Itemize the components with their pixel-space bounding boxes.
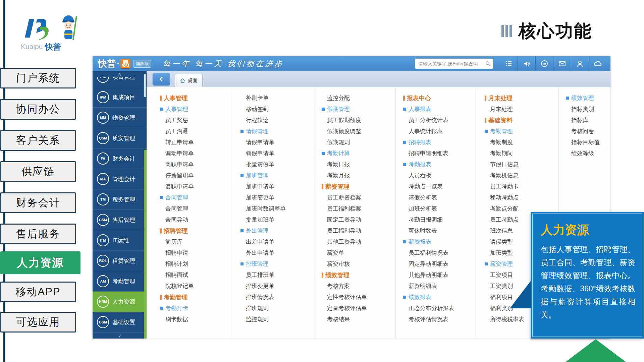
module-nav-item-ipm[interactable]: IPM集成项目 — [93, 87, 147, 108]
menu-item[interactable]: 加班时数调整单 — [240, 203, 314, 214]
module-nav-item-hrm[interactable]: HRM人力资源 — [93, 292, 147, 312]
menu-item[interactable]: 招聘面试 — [160, 269, 233, 281]
module-nav-scrollbar[interactable] — [144, 74, 146, 97]
menu-item[interactable]: 招聘申请 — [160, 247, 233, 258]
menu-item[interactable]: 定量考核评估单 — [322, 303, 395, 314]
menu-item[interactable]: 员工薪资档案 — [322, 192, 395, 203]
search-input[interactable] — [418, 61, 485, 67]
sidebar-item-8[interactable]: 移动APP — [0, 282, 76, 302]
sidebar-item-2[interactable]: 协同办公 — [0, 99, 76, 120]
menu-item[interactable]: 人事统计报表 — [403, 126, 477, 137]
menu-item[interactable]: 移动签到 — [240, 104, 314, 115]
sidebar-item-5[interactable]: 财务会计 — [0, 192, 76, 213]
menu-item[interactable]: 指标目标值 — [566, 137, 610, 148]
menu-item[interactable]: 请假分析表 — [403, 192, 477, 203]
sidebar-item-6[interactable]: 售后服务 — [0, 224, 76, 244]
menu-item[interactable]: 排班变更单 — [240, 281, 314, 292]
menu-item[interactable]: 员工分析统计表 — [403, 115, 477, 126]
menu-item[interactable]: 补刷卡单 — [240, 93, 314, 104]
menu-item[interactable]: 批量加班单 — [240, 214, 314, 225]
back-button[interactable] — [153, 73, 170, 85]
module-nav-item-csm[interactable]: CSM售后管理 — [93, 210, 147, 230]
module-nav-item-itm[interactable]: ITMIT运维 — [93, 230, 147, 251]
menu-item[interactable]: 排班情况表 — [240, 292, 314, 303]
menu-item[interactable]: 正态分布分析报表 — [403, 303, 477, 314]
menu-item[interactable]: 考勤机信息 — [485, 170, 558, 181]
menu-item[interactable]: 考核结果 — [322, 314, 395, 325]
menu-item[interactable]: 刷卡数据 — [160, 314, 233, 325]
module-nav-item-ma[interactable]: MA管理会计 — [93, 169, 147, 189]
sidebar-item-1[interactable]: 门户系统 — [0, 68, 76, 88]
menu-item[interactable]: 薪资明细表 — [403, 281, 477, 292]
sidebar-item-3[interactable]: 客户关系 — [0, 130, 76, 151]
menu-item[interactable]: 离职申请单 — [160, 159, 233, 170]
menu-item[interactable]: 调动申请单 — [160, 148, 233, 159]
module-nav-item-am[interactable]: AM考勤管理 — [93, 271, 147, 292]
user-icon[interactable] — [571, 56, 589, 71]
module-nav-item-fa[interactable]: FA财务会计 — [93, 148, 147, 169]
menu-item[interactable]: 假期额度调整 — [322, 126, 395, 137]
menu-item[interactable]: 院校登记单 — [160, 281, 233, 292]
menu-item[interactable]: 可休时数表 — [403, 225, 477, 236]
module-nav-scroll-down[interactable]: ∨ — [93, 333, 147, 339]
menu-item[interactable]: 员工排班单 — [240, 269, 314, 281]
menu-item[interactable]: 请假申请单 — [240, 137, 314, 148]
menu-item[interactable]: 复职申请单 — [160, 181, 233, 192]
menu-item[interactable]: 员工奖惩 — [160, 115, 233, 126]
menu-item[interactable]: 加班变更单 — [240, 192, 314, 203]
module-nav-item-mm[interactable]: MM物资管理 — [93, 108, 147, 128]
module-nav-item-bol[interactable]: BOL租赁管理 — [93, 251, 147, 271]
menu-item[interactable]: 月末处理 — [485, 104, 558, 115]
menu-item[interactable]: 考勤日报 — [322, 159, 395, 170]
menu-item[interactable]: 指标类别 — [566, 104, 610, 115]
tab-desktop[interactable]: 桌面 — [175, 74, 203, 87]
menu-item[interactable]: 薪资审核 — [322, 258, 395, 269]
menu-item[interactable]: 停薪留职单 — [160, 170, 233, 181]
menu-item[interactable]: 考勤点一览表 — [403, 181, 477, 192]
menu-item[interactable]: 假期规则 — [322, 137, 395, 148]
menu-item[interactable]: 销假申请单 — [240, 148, 314, 159]
menu-item[interactable]: 加班分析表 — [403, 203, 477, 214]
menu-item[interactable]: 考勤制度 — [485, 137, 558, 148]
menu-item[interactable]: 考勤期间 — [485, 148, 558, 159]
sidebar-item-7[interactable]: 人力资源 — [0, 251, 80, 274]
menu-item[interactable]: 员工福利异动 — [322, 225, 395, 236]
menu-item[interactable]: 考勤日报明细 — [403, 214, 477, 225]
menu-item[interactable]: 指标库 — [566, 115, 610, 126]
menu-item[interactable]: 员工福利情况表 — [403, 247, 477, 258]
menu-item[interactable]: 转正申请单 — [160, 137, 233, 148]
menu-item[interactable]: 固定异动明细表 — [403, 258, 477, 269]
menu-item[interactable]: 简历库 — [160, 236, 233, 247]
sidebar-item-9[interactable]: 可选应用 — [0, 312, 76, 333]
menu-item[interactable]: 招聘申请明细表 — [403, 148, 477, 159]
sidebar-item-4[interactable]: 供应链 — [0, 161, 76, 182]
menu-item[interactable]: 合同异动 — [160, 214, 233, 225]
menu-item[interactable]: 考核评估情况表 — [403, 314, 477, 325]
menu-item[interactable]: 员工考勤卡 — [485, 181, 558, 192]
menu-item[interactable]: 考核方案 — [322, 281, 395, 292]
menu-item[interactable]: 加班申请单 — [240, 181, 314, 192]
mail-icon[interactable] — [553, 56, 571, 71]
menu-item[interactable]: 合同管理 — [160, 203, 233, 214]
menu-item[interactable]: 固定工资异动 — [322, 214, 395, 225]
menu-item[interactable]: 外出申请单 — [240, 247, 314, 258]
menu-item[interactable]: 定性考核评估单 — [322, 292, 395, 303]
menu-item[interactable]: 考核问卷 — [566, 126, 610, 137]
menu-item[interactable]: 其他异动明细表 — [403, 269, 477, 281]
module-nav-partial-item[interactable]: PM项目管理 — [93, 77, 147, 87]
menu-item[interactable]: 监控规则 — [240, 314, 314, 325]
im-icon[interactable]: IM — [535, 56, 553, 71]
menu-item[interactable]: 薪资单 — [322, 247, 395, 258]
menu-item[interactable]: 其他工资异动 — [322, 236, 395, 247]
cloud-icon[interactable] — [589, 56, 606, 71]
menu-item[interactable]: 人员看板 — [403, 170, 477, 181]
module-nav-scroll-up[interactable]: ∧ — [93, 71, 147, 77]
list-icon[interactable] — [500, 56, 518, 71]
module-nav-item-tm[interactable]: TM税务管理 — [93, 189, 147, 210]
sound-icon[interactable] — [518, 56, 535, 71]
module-nav-item-bsm[interactable]: BSM基础设置 — [93, 312, 147, 333]
menu-item[interactable]: 考勤月报 — [322, 170, 395, 181]
menu-item[interactable]: 招聘计划 — [160, 258, 233, 269]
menu-item[interactable]: 节假日信息 — [485, 159, 558, 170]
search-icon[interactable] — [485, 61, 491, 67]
